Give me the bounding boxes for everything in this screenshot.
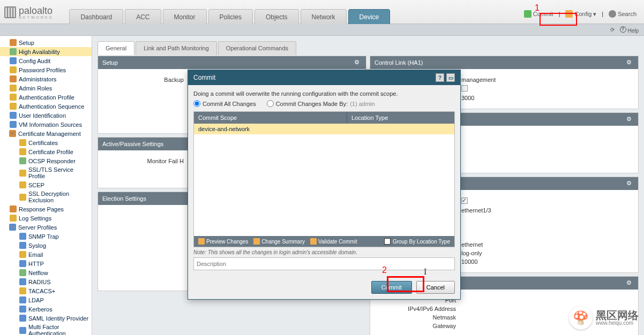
cancel-button[interactable]: Cancel — [416, 281, 455, 294]
help-link[interactable]: Help — [620, 26, 639, 34]
folder-icon — [19, 157, 26, 164]
tab-objects[interactable]: Objects — [254, 9, 299, 24]
sidebar-item-email[interactable]: Email — [0, 250, 92, 259]
sidebar-item-ssl-decryption-exclusion[interactable]: SSL Decryption Exclusion — [0, 189, 92, 204]
logo-icon — [4, 6, 16, 18]
sidebar-item-setup[interactable]: Setup — [0, 38, 92, 47]
sidebar-item-tacacs-[interactable]: TACACS+ — [0, 286, 92, 295]
folder-icon — [19, 287, 26, 294]
field-value — [461, 85, 468, 93]
help-icon[interactable]: ? — [436, 73, 444, 82]
tab-acc[interactable]: ACC — [125, 9, 161, 24]
sidebar-item-label: Authentication Profile — [19, 94, 74, 101]
folder-icon — [19, 260, 26, 267]
sidebar-item-label: SSL Decryption Exclusion — [28, 191, 89, 203]
annotation-1-number: 1 — [535, 3, 540, 13]
sidebar-item-label: User Identification — [19, 112, 66, 119]
sidebar-item-label: Syslog — [28, 242, 46, 249]
logo-text: paloalto — [19, 5, 53, 17]
field-label: Gateway — [376, 323, 461, 329]
subtab-general[interactable]: General — [98, 41, 134, 55]
sidebar-item-http[interactable]: HTTP — [0, 259, 92, 268]
tab-device[interactable]: Device — [348, 9, 391, 24]
radio-commit-by[interactable]: Commit Changes Made By: (1) admin — [267, 100, 375, 107]
preview-changes-link[interactable]: Preview Changes — [198, 238, 248, 245]
gear-icon[interactable]: ⚙ — [626, 116, 634, 123]
col-location-type: Location Type — [347, 112, 454, 124]
gear-icon[interactable]: ⚙ — [626, 59, 634, 66]
panel-title: Control Link (HA1) — [375, 59, 423, 66]
sidebar-item-user-identification[interactable]: User Identification — [0, 111, 92, 120]
field-value — [461, 197, 468, 205]
folder-icon — [19, 306, 26, 313]
folder-icon — [19, 315, 26, 322]
commit-button[interactable]: Commit — [371, 281, 412, 294]
sidebar-item-certificate-profile[interactable]: Certificate Profile — [0, 147, 92, 156]
folder-icon — [19, 242, 26, 249]
folder-icon — [19, 170, 26, 177]
change-summary-link[interactable]: Change Summary — [253, 238, 305, 245]
sidebar-item-radius[interactable]: RADIUS — [0, 277, 92, 286]
folder-icon — [19, 269, 26, 276]
sidebar-item-authentication-profile[interactable]: Authentication Profile — [0, 93, 92, 102]
watermark: 🍄 黑区网络www.heiqu.com — [569, 306, 639, 330]
config-link[interactable]: Config ▾ — [562, 9, 600, 19]
dialog-title: Commit — [193, 74, 215, 81]
sidebar-item-syslog[interactable]: Syslog — [0, 241, 92, 250]
sidebar-item-password-profiles[interactable]: Password Profiles — [0, 65, 92, 74]
sidebar-item-certificate-management[interactable]: Certificate Management — [0, 129, 92, 138]
sidebar-item-vm-information-sources[interactable]: VM Information Sources — [0, 120, 92, 129]
sidebar-item-scep[interactable]: SCEP — [0, 180, 92, 189]
validate-commit-link[interactable]: Validate Commit — [310, 238, 357, 245]
sidebar-item-label: Setup — [19, 40, 34, 46]
maximize-icon[interactable]: ▭ — [446, 73, 455, 82]
tab-network[interactable]: Network — [301, 9, 347, 24]
sidebar-item-admin-roles[interactable]: Admin Roles — [0, 83, 92, 93]
sidebar-item-snmp-trap[interactable]: SNMP Trap — [0, 232, 92, 241]
sidebar-item-saml-identity-provider[interactable]: SAML Identity Provider — [0, 314, 92, 323]
sidebar-item-ssl-tls-service-profile[interactable]: SSL/TLS Service Profile — [0, 165, 92, 180]
folder-icon — [19, 148, 26, 155]
subtab-operational[interactable]: Operational Commands — [218, 41, 296, 55]
sidebar-item-response-pages[interactable]: Response Pages — [0, 204, 92, 214]
gear-icon[interactable]: ⚙ — [626, 279, 634, 287]
sidebar-item-label: Certificate Profile — [28, 149, 73, 155]
sidebar-item-kerberos[interactable]: Kerberos — [0, 304, 92, 314]
sidebar-item-ldap[interactable]: LDAP — [0, 295, 92, 304]
sidebar-item-certificates[interactable]: Certificates — [0, 138, 92, 147]
folder-icon — [19, 194, 26, 201]
sidebar-item-label: Administrators — [19, 76, 56, 82]
sidebar-item-high-availability[interactable]: High Availability — [0, 47, 92, 56]
group-by-location-checkbox[interactable]: Group By Location Type — [384, 238, 450, 245]
tab-dashboard[interactable]: Dashboard — [69, 9, 123, 24]
sidebar-item-label: Config Audit — [19, 58, 50, 64]
field-value: ethernet — [461, 241, 483, 248]
sidebar-item-netflow[interactable]: Netflow — [0, 268, 92, 277]
tab-monitor[interactable]: Monitor — [163, 9, 207, 24]
tab-policies[interactable]: Policies — [208, 9, 253, 24]
sidebar-item-administrators[interactable]: Administrators — [0, 74, 92, 83]
subtabs: General Link and Path Monitoring Operati… — [98, 41, 639, 55]
scope-row[interactable]: device-and-network — [194, 124, 454, 134]
description-input[interactable] — [193, 257, 455, 270]
sidebar-item-authentication-sequence[interactable]: Authentication Sequence — [0, 102, 92, 111]
panel-header: Setup⚙ — [98, 56, 366, 69]
text-cursor: I — [424, 267, 426, 277]
sidebar-item-multi-factor-authentication[interactable]: Multi Factor Authentication — [0, 323, 92, 335]
sidebar-item-ocsp-responder[interactable]: OCSP Responder — [0, 156, 92, 165]
subtab-link-path[interactable]: Link and Path Monitoring — [136, 41, 217, 55]
folder-icon — [19, 139, 26, 146]
folder-icon — [19, 327, 26, 334]
main-tabs: Dashboard ACC Monitor Policies Objects N… — [69, 9, 390, 24]
sidebar-item-label: HTTP — [28, 261, 44, 267]
radio-commit-all[interactable]: Commit All Changes — [193, 100, 256, 107]
logo-subtext: NETWORKS — [19, 16, 53, 19]
gear-icon[interactable]: ⚙ — [626, 180, 634, 187]
search-link[interactable]: Search — [605, 9, 640, 19]
refresh-icon[interactable]: ⟳ — [610, 27, 615, 33]
sidebar-item-config-audit[interactable]: Config Audit — [0, 56, 92, 65]
sidebar-item-log-settings[interactable]: Log Settings — [0, 214, 92, 223]
commit-icon — [524, 10, 531, 18]
gear-icon[interactable]: ⚙ — [354, 59, 362, 66]
sidebar-item-server-profiles[interactable]: Server Profiles — [0, 223, 92, 232]
